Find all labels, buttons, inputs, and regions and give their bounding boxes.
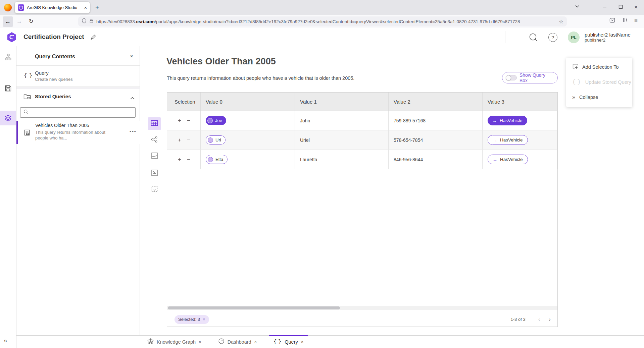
value-cell: Lauretta <box>295 150 389 169</box>
edit-pencil-icon[interactable] <box>90 34 97 42</box>
stored-queries-header[interactable]: Stored Queries <box>16 89 140 105</box>
tab-close-icon[interactable]: × <box>254 339 257 344</box>
column-header-value2[interactable]: Value 2 <box>389 93 483 111</box>
selection-cell: + − <box>167 130 201 150</box>
scrollbar-thumb[interactable] <box>168 306 340 309</box>
menu-item-update-stored-query[interactable]: { } Update Stored Query <box>566 74 632 90</box>
selected-count-chip[interactable]: Selected: 3 × <box>175 315 209 324</box>
relationship-pill[interactable]: →HasVehicle <box>488 135 528 145</box>
panel-close-icon[interactable]: × <box>130 53 133 60</box>
browser-tab[interactable]: ArcGIS Knowledge Studio × <box>15 2 90 13</box>
add-to-map-icon <box>151 169 158 178</box>
map-view-button[interactable] <box>148 150 161 163</box>
tab-close-icon[interactable]: × <box>301 339 304 344</box>
add-selection-plus-icon[interactable]: + <box>178 137 181 143</box>
page-next-icon[interactable]: › <box>549 316 551 323</box>
new-tab-button[interactable]: + <box>95 4 99 11</box>
relationship-cell: →HasVehicle <box>483 111 557 130</box>
column-header-value1[interactable]: Value 1 <box>295 93 389 111</box>
link-chart-view-button[interactable] <box>148 134 161 147</box>
menu-item-collapse[interactable]: » Collapse <box>566 90 632 105</box>
forward-button[interactable]: → <box>16 18 22 25</box>
relationship-pill[interactable]: →HasVehicle <box>488 116 527 125</box>
expand-rail-icon[interactable]: » <box>4 337 7 344</box>
data-model-icon[interactable] <box>5 54 12 62</box>
braces-icon: { } <box>572 79 581 85</box>
show-query-box-toggle[interactable]: Show Query Box <box>502 72 558 83</box>
stored-query-doc-icon <box>24 129 30 137</box>
entity-cell: Joe <box>201 111 295 130</box>
map-icon <box>151 152 158 161</box>
menu-hamburger-icon[interactable]: ≡ <box>634 17 638 24</box>
stored-query-item[interactable]: Vehicles Older Than 2005 This query retu… <box>17 121 140 144</box>
help-icon[interactable]: ? <box>548 33 557 42</box>
remove-selection-minus-icon[interactable]: − <box>187 118 190 123</box>
column-header-value3[interactable]: Value 3 <box>483 93 557 111</box>
query-contents-panel: Query Contents × { } Query Create new qu… <box>16 46 140 335</box>
browser-tab-title: ArcGIS Knowledge Studio <box>27 5 82 10</box>
arrow-right-icon: → <box>493 137 497 143</box>
clear-selection-icon[interactable]: × <box>203 317 205 322</box>
table-row[interactable]: + − Joe John 759-889-57168 →HasVehicle <box>167 111 557 130</box>
add-to-map-button[interactable] <box>148 167 161 180</box>
remove-selection-minus-icon[interactable]: − <box>187 137 190 143</box>
query-item[interactable]: { } Query Create new queries <box>16 66 140 86</box>
pocket-icon[interactable] <box>609 17 615 24</box>
entity-pill[interactable]: Etta <box>206 155 228 164</box>
chevron-up-icon[interactable] <box>130 95 135 101</box>
page-description: This query returns information about peo… <box>167 75 354 81</box>
add-selection-plus-icon[interactable]: + <box>178 118 181 123</box>
lock-icon[interactable] <box>89 18 94 25</box>
menu-item-add-selection-to[interactable]: Add Selection To <box>566 59 632 74</box>
tab-close-icon[interactable]: × <box>199 339 201 344</box>
selection-cell: + − <box>167 111 201 130</box>
selection-tool-button[interactable] <box>148 183 161 196</box>
search-icon[interactable] <box>529 33 538 43</box>
entity-pill[interactable]: Uri <box>206 135 226 144</box>
stored-queries-search-input[interactable] <box>20 107 136 118</box>
horizontal-scrollbar[interactable] <box>167 306 557 310</box>
tab-knowledge-graph[interactable]: Knowledge Graph × <box>143 336 206 348</box>
url-text: https://dev0028833.esri.com/portal/apps/… <box>96 19 556 24</box>
tab-query[interactable]: { } Query × <box>269 336 308 348</box>
panel-title: Query Contents <box>35 54 75 60</box>
window-maximize-button[interactable] <box>618 5 623 9</box>
bookmark-star-icon[interactable]: ☆ <box>559 18 563 25</box>
reload-button[interactable]: ↻ <box>29 18 33 24</box>
url-bar[interactable]: https://dev0028833.esri.com/portal/apps/… <box>78 16 567 26</box>
selection-context-menu: Add Selection To { } Update Stored Query… <box>566 58 632 107</box>
rail-item-layers-selected[interactable] <box>0 111 16 125</box>
page-previous-icon[interactable]: ‹ <box>538 316 540 323</box>
shield-icon[interactable] <box>82 18 87 25</box>
column-header-value0[interactable]: Value 0 <box>201 93 295 111</box>
item-options-icon[interactable]: ••• <box>130 129 137 134</box>
table-row[interactable]: + − Etta Lauretta 846-956-8644 →HasVehic… <box>167 150 557 169</box>
page-title: Vehicles Older Than 2005 <box>166 56 276 67</box>
toggle-switch[interactable] <box>506 75 517 80</box>
add-selection-plus-icon[interactable]: + <box>178 157 181 162</box>
value-cell: 759-889-57168 <box>389 111 483 130</box>
window-close-button[interactable]: × <box>634 4 638 11</box>
user-name: publisher2 lastName <box>585 32 631 38</box>
window-minimize-button[interactable] <box>602 5 607 9</box>
library-icon[interactable] <box>623 17 628 24</box>
tab-close-icon[interactable]: × <box>84 5 87 10</box>
user-login: publisher2 <box>585 38 631 43</box>
back-button[interactable]: ← <box>3 16 13 27</box>
column-header-selection[interactable]: Selection <box>167 93 201 111</box>
save-icon[interactable] <box>5 85 12 93</box>
avatar[interactable]: PL <box>568 32 580 43</box>
stored-query-title: Vehicles Older Than 2005 <box>35 123 89 128</box>
pagination-label: 1-3 of 3 <box>511 317 526 322</box>
relationship-pill[interactable]: →HasVehicle <box>488 155 528 164</box>
knowledge-graph-icon <box>147 338 154 346</box>
value-cell: Uriel <box>295 130 389 150</box>
entity-pill[interactable]: Joe <box>206 116 226 125</box>
table-row[interactable]: + − Uri Uriel 578-654-7854 →HasVehicle <box>167 130 557 150</box>
list-tabs-chevron-icon[interactable] <box>575 5 579 8</box>
firefox-icon[interactable] <box>4 4 12 11</box>
user-info[interactable]: publisher2 lastName publisher2 <box>585 32 631 43</box>
tab-dashboard[interactable]: Dashboard × <box>213 336 262 348</box>
table-view-button[interactable] <box>148 117 161 130</box>
remove-selection-minus-icon[interactable]: − <box>187 157 190 162</box>
